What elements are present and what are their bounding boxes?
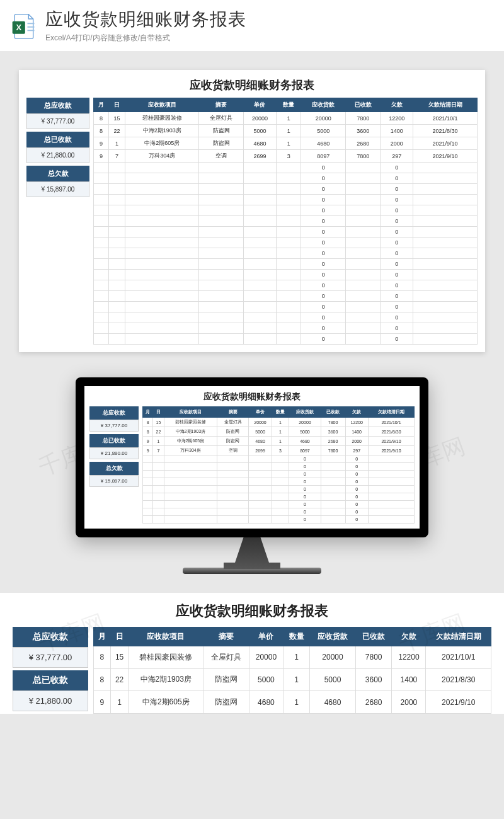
cell: 20000 [244,112,277,125]
cell [276,259,301,270]
cell [125,270,199,280]
cell [143,508,153,516]
column-header: 摘要 [217,407,249,418]
table-row: 00 [143,493,415,501]
cell [125,227,199,238]
cell [321,501,345,508]
cell: 22 [109,125,125,137]
cell [109,184,125,195]
cell [368,471,414,478]
summary-column: 总应收款¥ 37,777.00总已收款¥ 21,880.00 [13,627,88,714]
table-row: 00 [94,173,478,184]
cell: 2021/10/1 [426,646,491,669]
cell: 5000 [310,668,356,691]
cell [368,486,414,493]
cell [413,259,478,270]
cell: 0 [345,508,368,516]
cell: 3 [276,150,301,163]
column-header: 欠款 [392,627,426,646]
cell [199,184,244,195]
cell [153,455,164,463]
cell: 9 [143,437,153,446]
summary-value: ¥ 15,897.00 [26,181,89,197]
page-header: X 应收货款明细账财务报表 Excel/A4打印/内容随意修改/自带格式 [0,0,504,51]
cell [272,486,289,493]
table-row: 00 [94,184,478,195]
cell: 0 [301,195,346,205]
cell: 0 [289,455,321,463]
cell [199,238,244,248]
cell: 9 [94,691,111,714]
cell [164,508,217,516]
cell: 12200 [381,112,413,125]
cell [94,334,109,345]
cell [199,227,244,238]
cell [94,216,109,227]
cell: 0 [301,248,346,259]
cell [244,302,277,312]
cell: 1 [276,137,301,150]
cell: 4680 [301,137,346,150]
cell [413,184,478,195]
summary-label: 总应收款 [26,98,89,113]
cell [346,334,381,345]
cell: 0 [381,205,413,216]
cell [321,463,345,471]
summary-column: 总应收款¥ 37,777.00总已收款¥ 21,880.00总欠款¥ 15,89… [26,98,89,345]
cell: 1 [109,137,125,150]
sheet-preview-zoom: 应收货款明细账财务报表 总应收款¥ 37,777.00总已收款¥ 21,880.… [0,593,504,714]
cell: 2680 [355,691,391,714]
cell [217,501,249,508]
cell: 3600 [321,427,345,437]
table-row: 91中海2期605房防盗网468014680268020002021/9/10 [94,137,478,150]
cell [94,323,109,334]
cell: 7 [153,446,164,455]
cell [125,259,199,270]
cell [153,471,164,478]
cell: 0 [301,184,346,195]
cell: 0 [345,516,368,524]
cell: 0 [301,270,346,280]
column-header: 日 [109,98,125,112]
cell [125,280,199,291]
column-header: 月 [94,98,109,112]
summary-value: ¥ 21,880.00 [13,690,88,711]
cell [153,478,164,486]
cell [368,493,414,501]
summary-label: 总已收款 [26,132,89,147]
cell: 2021/9/10 [426,691,491,714]
table-row: 00 [94,270,478,280]
cell: 防盗网 [217,437,249,446]
cell [346,184,381,195]
cell [109,195,125,205]
cell [413,248,478,259]
cell [244,280,277,291]
cell [199,291,244,302]
cell: 7800 [346,112,381,125]
table-row: 97万科304房空调26993809778002972021/9/10 [94,150,478,163]
cell [143,463,153,471]
cell [244,238,277,248]
cell: 全屋灯具 [217,418,249,427]
cell [109,302,125,312]
table-row: 00 [143,471,415,478]
cell [272,463,289,471]
cell: 0 [301,173,346,184]
cell [346,163,381,173]
cell: 防盗网 [203,691,249,714]
cell: 碧桂园豪园装修 [164,418,217,427]
cell: 2021/10/1 [413,112,478,125]
cell: 防盗网 [217,427,249,437]
cell: 4680 [244,137,277,150]
table-row: 00 [143,455,415,463]
table-row: 00 [94,227,478,238]
cell: 中海2期605房 [164,437,217,446]
cell [164,455,217,463]
cell: 12200 [392,646,426,669]
cell: 8 [94,668,111,691]
cell [153,486,164,493]
cell: 20000 [289,418,321,427]
cell [109,238,125,248]
column-header: 欠款结清日期 [413,98,478,112]
cell [272,455,289,463]
